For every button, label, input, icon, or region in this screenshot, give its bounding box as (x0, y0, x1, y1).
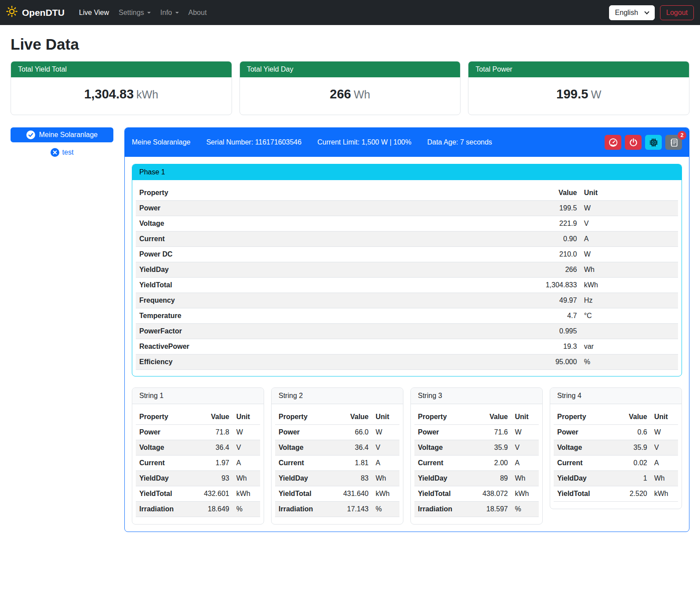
nav-item-live-view[interactable]: Live View (74, 5, 114, 20)
property-cell: Voltage (275, 440, 330, 456)
value-cell: 95.000 (402, 355, 580, 370)
string-4-table: PropertyValueUnitPower0.6WVoltage35.9VCu… (554, 409, 678, 502)
column-header: Value (613, 409, 651, 425)
property-cell: Voltage (414, 440, 469, 456)
unit-cell: W (233, 425, 260, 440)
navbar: OpenDTU Live View Settings Info About En… (0, 0, 700, 25)
phase-1-card: Phase 1 PropertyValueUnitPower199.5WVolt… (132, 164, 682, 376)
brand[interactable]: OpenDTU (6, 6, 65, 19)
table-row: Voltage35.9V (554, 440, 678, 456)
column-header: Property (554, 409, 613, 425)
value-cell: 266 (402, 262, 580, 278)
property-cell: Power (414, 425, 469, 440)
unit-cell: var (580, 339, 678, 355)
value-cell: 89 (469, 471, 511, 486)
value-cell: 49.97 (402, 293, 580, 308)
column-header: Unit (511, 409, 539, 425)
property-cell: Temperature (136, 308, 402, 324)
column-header: Property (136, 409, 190, 425)
value-cell: 18.597 (469, 502, 511, 517)
logout-button[interactable]: Logout (660, 5, 694, 20)
table-row: Power71.8W (136, 425, 260, 440)
table-header-row: PropertyValueUnit (414, 409, 539, 425)
property-cell: Efficiency (136, 355, 402, 370)
chevron-down-icon (644, 9, 649, 14)
table-row: YieldTotal1,304.833kWh (136, 278, 678, 293)
string-1-table: PropertyValueUnitPower71.8WVoltage36.4VC… (136, 409, 260, 517)
nav-item-about[interactable]: About (184, 5, 212, 20)
property-cell: YieldTotal (414, 486, 469, 502)
property-cell: Current (275, 456, 330, 471)
event-count-badge: 2 (678, 131, 686, 140)
power-button[interactable] (625, 135, 642, 150)
table-row: ReactivePower19.3var (136, 339, 678, 355)
inverter-item-test[interactable]: test (51, 148, 74, 157)
table-row: YieldDay93Wh (136, 471, 260, 486)
string-2-title: String 2 (272, 388, 403, 404)
table-row: Power199.5W (136, 201, 678, 216)
column-header: Value (402, 185, 580, 201)
cpu-icon (649, 138, 658, 147)
total-power-value: 199.5 (556, 87, 588, 101)
phase-1-table: PropertyValueUnitPower199.5WVoltage221.9… (136, 185, 678, 370)
column-header: Value (330, 409, 372, 425)
power-icon (629, 138, 638, 147)
chevron-down-icon (147, 12, 151, 14)
column-header: Unit (651, 409, 678, 425)
table-row: YieldDay1Wh (554, 471, 678, 486)
journal-icon (669, 138, 678, 147)
unit-cell: V (580, 216, 678, 232)
inverter-data-age: Data Age: 7 seconds (427, 138, 492, 146)
unit-cell: kWh (580, 278, 678, 293)
table-row: Irradiation18.597% (414, 502, 539, 517)
value-cell: 1.81 (330, 456, 372, 471)
unit-cell: % (372, 502, 399, 517)
value-cell: 1.97 (190, 456, 233, 471)
nav-item-settings[interactable]: Settings (114, 5, 156, 20)
unit-cell: W (511, 425, 539, 440)
nav-item-info[interactable]: Info (156, 5, 184, 20)
unit-cell: kWh (233, 486, 260, 502)
string-4-title: String 4 (550, 388, 682, 404)
value-cell: 71.6 (469, 425, 511, 440)
inverter-selected-label: Meine Solaranlage (39, 131, 98, 139)
property-cell: Current (136, 456, 190, 471)
property-cell: YieldDay (136, 262, 402, 278)
property-cell: ReactivePower (136, 339, 402, 355)
total-yield-day-card: Total Yield Day 266Wh (239, 61, 461, 115)
card-title: Total Power (468, 62, 689, 77)
property-cell: YieldTotal (275, 486, 330, 502)
string-3-title: String 3 (411, 388, 542, 404)
total-yield-total-value: 1,304.83 (84, 87, 134, 101)
value-cell: 2.520 (613, 486, 651, 502)
property-cell: Voltage (554, 440, 613, 456)
table-row: PowerFactor0.995 (136, 324, 678, 339)
column-header: Value (469, 409, 511, 425)
total-yield-day-value: 266 (330, 87, 351, 101)
language-select[interactable]: English (609, 5, 655, 20)
sun-icon (6, 6, 18, 19)
string-1-title: String 1 (132, 388, 264, 404)
inverter-selected-button[interactable]: Meine Solaranlage (11, 127, 113, 142)
event-log-button[interactable]: 2 (665, 135, 682, 150)
value-cell: 2.00 (469, 456, 511, 471)
unit-cell: W (580, 201, 678, 216)
language-value: English (615, 9, 638, 17)
unit-cell: A (511, 456, 539, 471)
device-info-button[interactable] (645, 135, 662, 150)
check-circle-icon (26, 130, 35, 139)
unit-cell: % (580, 355, 678, 370)
phase-1-title: Phase 1 (132, 164, 682, 180)
table-row: Current0.02A (554, 456, 678, 471)
unit-cell: W (651, 425, 678, 440)
property-cell: Current (414, 456, 469, 471)
table-header-row: PropertyValueUnit (136, 409, 260, 425)
value-cell: 36.4 (190, 440, 233, 456)
column-header: Unit (580, 185, 678, 201)
unit-cell: °C (580, 308, 678, 324)
total-yield-total-unit: kWh (136, 88, 158, 101)
limit-settings-button[interactable] (605, 135, 621, 150)
x-circle-icon (51, 148, 59, 157)
value-cell: 66.0 (330, 425, 372, 440)
property-cell: YieldTotal (554, 486, 613, 502)
